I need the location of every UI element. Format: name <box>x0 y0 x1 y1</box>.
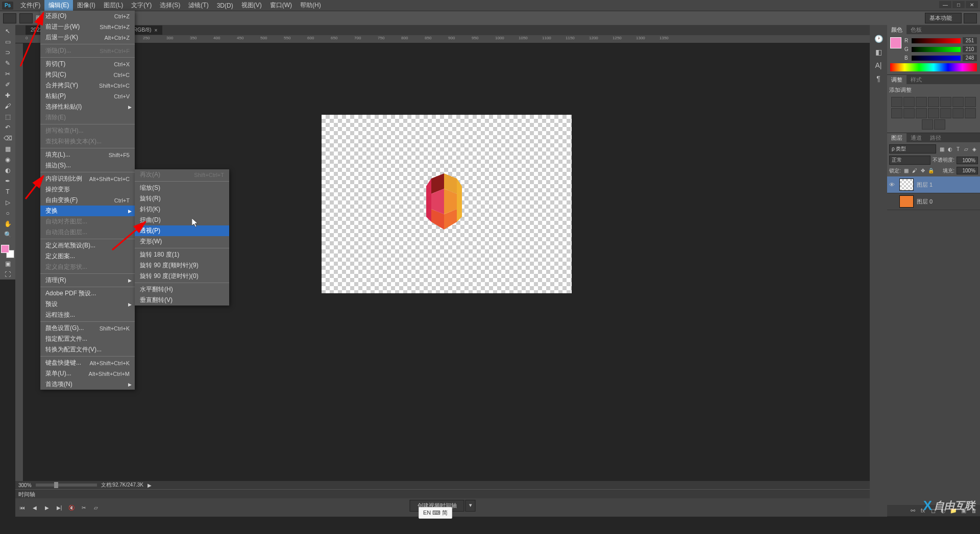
ime-indicator[interactable]: EN ⌨ 简 <box>419 507 452 519</box>
properties-panel-icon[interactable]: ◧ <box>872 46 885 58</box>
filter-pixel-icon[interactable]: ▦ <box>938 145 945 152</box>
channels-tab[interactable]: 通道 <box>906 133 926 142</box>
menu-window[interactable]: 窗口(W) <box>266 0 296 11</box>
menu-item[interactable]: 后退一步(K)Alt+Ctrl+Z <box>40 32 135 43</box>
timeline-first-frame[interactable]: ⏮ <box>18 503 27 512</box>
menu-item[interactable]: 合并拷贝(Y)Shift+Ctrl+C <box>40 80 135 91</box>
menu-3d[interactable]: 3D(D) <box>213 1 237 11</box>
timeline-transition[interactable]: ▱ <box>92 503 100 512</box>
adj-curves[interactable] <box>916 97 927 107</box>
csx-icon[interactable] <box>964 13 977 23</box>
swatches-tab[interactable]: 色板 <box>906 25 926 34</box>
menu-layer[interactable]: 图层(L) <box>100 0 128 11</box>
layer-thumbnail[interactable] <box>899 195 914 208</box>
pen-tool[interactable]: ✒ <box>2 176 14 186</box>
opacity-value[interactable]: 100% <box>957 157 978 164</box>
menu-item[interactable]: 首选项(N)▶ <box>40 379 135 390</box>
r-value[interactable]: 251 <box>963 37 977 44</box>
layer-name[interactable]: 图层 1 <box>917 181 933 189</box>
tab-close-icon[interactable]: × <box>154 28 157 33</box>
menu-item[interactable]: 水平翻转(H) <box>135 284 229 295</box>
history-brush-tool[interactable]: ↶ <box>2 122 14 133</box>
menu-item[interactable]: 描边(S)... <box>40 160 135 171</box>
adj-vibrance[interactable] <box>940 97 951 107</box>
menu-item[interactable]: 缩放(S) <box>135 183 229 193</box>
menu-item[interactable]: 变形(W) <box>135 236 229 247</box>
filter-adjust-icon[interactable]: ◐ <box>946 145 953 152</box>
menu-item[interactable]: 定义图案... <box>40 251 135 262</box>
color-spectrum[interactable] <box>890 63 977 71</box>
menu-item[interactable]: 粘贴(P)Ctrl+V <box>40 91 135 101</box>
paths-tab[interactable]: 路径 <box>926 133 945 142</box>
menu-item[interactable]: 预设▶ <box>40 299 135 310</box>
layers-tab[interactable]: 图层 <box>887 133 906 142</box>
color-tab[interactable]: 颜色 <box>887 25 906 34</box>
timeline-play[interactable]: ▶ <box>43 503 51 512</box>
visibility-icon[interactable]: 👁 <box>889 182 896 188</box>
adj-colorlookup[interactable] <box>928 108 939 118</box>
b-value[interactable]: 248 <box>963 55 977 61</box>
lasso-tool[interactable]: ⊃ <box>2 47 14 58</box>
menu-item[interactable]: 选择性粘贴(I)▶ <box>40 101 135 112</box>
crop-tool[interactable]: ✂ <box>2 69 14 79</box>
adj-colorbalance[interactable] <box>965 97 976 107</box>
menu-item[interactable]: 颜色设置(G)...Shift+Ctrl+K <box>40 323 135 334</box>
menu-item[interactable]: 旋转(R) <box>135 193 229 204</box>
move-tool[interactable]: ↖ <box>2 26 14 36</box>
info-arrow-icon[interactable]: ▶ <box>148 482 152 488</box>
layer-filter-kind[interactable]: ρ 类型 <box>889 144 936 154</box>
menu-item[interactable]: 指定配置文件... <box>40 334 135 344</box>
adj-levels[interactable] <box>903 97 915 107</box>
quick-select-tool[interactable]: ✎ <box>2 58 14 68</box>
brush-tool[interactable]: 🖌 <box>2 101 14 111</box>
timeline-split[interactable]: ✂ <box>80 503 88 512</box>
dodge-tool[interactable]: ◐ <box>2 165 14 175</box>
menu-item[interactable]: 填充(L)...Shift+F5 <box>40 149 135 160</box>
menu-item[interactable]: 还原(O)Ctrl+Z <box>40 11 135 21</box>
timeline-type-dropdown[interactable]: ▾ <box>465 500 476 512</box>
adj-channelmixer[interactable] <box>916 108 927 118</box>
menu-item[interactable]: 透视(P) <box>135 225 229 236</box>
timeline-next-frame[interactable]: ▶| <box>55 503 63 512</box>
menu-item[interactable]: 菜单(U)...Alt+Shift+Ctrl+M <box>40 368 135 379</box>
adjustments-tab[interactable]: 调整 <box>887 75 906 84</box>
adj-gradientmap[interactable] <box>922 119 933 130</box>
filter-shape-icon[interactable]: ▱ <box>963 145 970 152</box>
tool-preset-icon[interactable] <box>3 13 16 23</box>
menu-item[interactable]: 旋转 90 度(逆时针)(0) <box>135 271 229 282</box>
history-panel-icon[interactable]: 🕐 <box>872 33 885 44</box>
quickmask-tool[interactable]: ▣ <box>2 259 14 269</box>
layer-row[interactable]: 👁 图层 1 <box>887 176 980 193</box>
menu-item[interactable]: 操控变形 <box>40 184 135 195</box>
layer-thumbnail[interactable] <box>899 179 914 191</box>
g-slider[interactable] <box>912 47 961 52</box>
menu-item[interactable]: 定义画笔预设(B)... <box>40 240 135 251</box>
color-swatches[interactable] <box>1 245 14 258</box>
type-tool[interactable]: T <box>2 187 14 197</box>
eyedropper-tool[interactable]: ✐ <box>2 80 14 90</box>
eraser-tool[interactable]: ⌫ <box>2 133 14 143</box>
gradient-tool[interactable]: ▦ <box>2 144 14 154</box>
close-button[interactable]: ✕ <box>966 1 978 8</box>
adj-brightness[interactable] <box>891 97 902 107</box>
shape-tool[interactable]: ○ <box>2 208 14 218</box>
lock-pixels-icon[interactable]: 🖌 <box>911 167 918 174</box>
menu-item[interactable]: 变换▶ <box>40 206 135 216</box>
foreground-color[interactable] <box>1 245 9 253</box>
adj-photofilter[interactable] <box>903 108 915 118</box>
lock-all-icon[interactable]: 🔒 <box>927 167 935 174</box>
zoom-level[interactable]: 300% <box>18 482 32 488</box>
menu-item[interactable]: Adobe PDF 预设... <box>40 288 135 299</box>
menu-item[interactable]: 剪切(T)Ctrl+X <box>40 59 135 69</box>
timeline-prev-frame[interactable]: ◀ <box>31 503 39 512</box>
filter-type-icon[interactable]: T <box>954 145 962 152</box>
minimize-button[interactable]: — <box>939 1 951 8</box>
character-panel-icon[interactable]: A| <box>872 60 885 71</box>
healing-tool[interactable]: ✚ <box>2 90 14 100</box>
menu-item[interactable]: 斜切(K) <box>135 204 229 215</box>
menu-item[interactable]: 自由变换(F)Ctrl+T <box>40 195 135 206</box>
screenmode-tool[interactable]: ⛶ <box>2 269 14 279</box>
menu-item[interactable]: 转换为配置文件(V)... <box>40 344 135 355</box>
layer-name[interactable]: 图层 0 <box>917 198 933 206</box>
r-slider[interactable] <box>912 38 961 43</box>
